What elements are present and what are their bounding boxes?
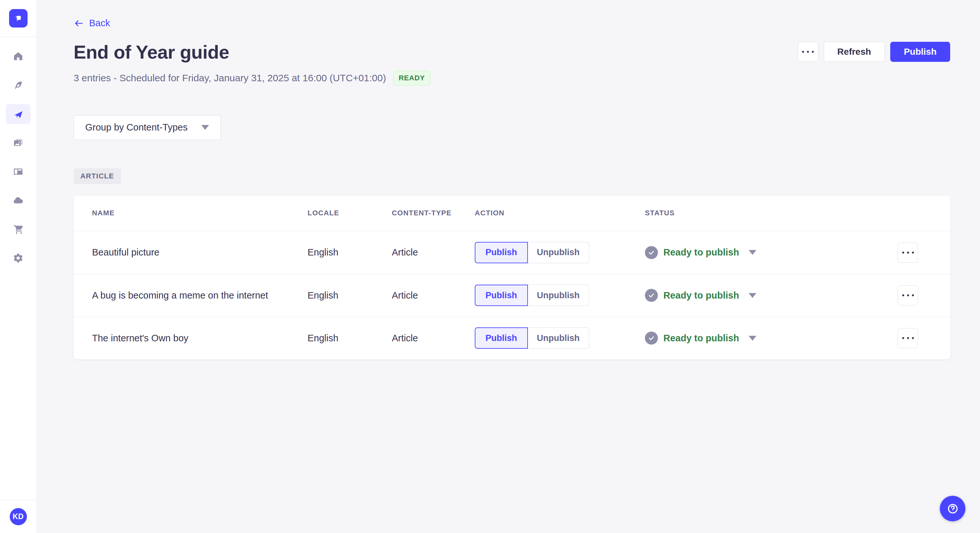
more-options-button[interactable] bbox=[798, 42, 818, 62]
group-label-badge: ARTICLE bbox=[73, 168, 121, 184]
entry-name: Beautiful picture bbox=[92, 247, 307, 258]
action-toggle: Publish Unpublish bbox=[475, 242, 645, 263]
column-header-action: ACTION bbox=[475, 209, 645, 217]
column-header-name: NAME bbox=[92, 209, 307, 217]
entries-card: NAME LOCALE CONTENT-TYPE ACTION STATUS B… bbox=[73, 195, 950, 359]
status-label: Ready to publish bbox=[663, 333, 739, 344]
main-content: Back End of Year guide Refresh Publish 3… bbox=[37, 0, 980, 359]
cloud-icon bbox=[13, 195, 24, 206]
page-title: End of Year guide bbox=[73, 41, 229, 63]
avatar[interactable]: KD bbox=[10, 508, 27, 525]
gear-icon bbox=[13, 252, 24, 263]
status-badge: READY bbox=[393, 71, 430, 86]
feather-icon bbox=[13, 80, 24, 90]
entry-content-type: Article bbox=[392, 290, 475, 301]
check-circle-icon bbox=[645, 289, 658, 302]
chevron-down-icon bbox=[201, 125, 209, 130]
chevron-down-icon bbox=[749, 250, 756, 255]
table-row: Beautiful picture English Article Publis… bbox=[73, 231, 950, 274]
table-row: A bug is becoming a meme on the internet… bbox=[73, 274, 950, 317]
row-menu-button[interactable] bbox=[898, 328, 918, 348]
ellipsis-icon bbox=[802, 51, 814, 53]
entry-content-type: Article bbox=[392, 247, 475, 258]
back-link[interactable]: Back bbox=[73, 18, 110, 29]
check-circle-icon bbox=[645, 246, 658, 259]
unpublish-toggle-button[interactable]: Unpublish bbox=[528, 242, 589, 263]
status-dropdown[interactable]: Ready to publish bbox=[645, 332, 898, 344]
help-button[interactable] bbox=[940, 496, 966, 521]
status-dropdown[interactable]: Ready to publish bbox=[645, 289, 898, 302]
entry-locale: English bbox=[307, 247, 392, 258]
publish-toggle-button[interactable]: Publish bbox=[475, 327, 528, 349]
row-menu-button[interactable] bbox=[898, 243, 918, 263]
sidebar-item-cloud[interactable] bbox=[6, 190, 30, 211]
entry-name: The internet's Own boy bbox=[92, 333, 307, 344]
check-circle-icon bbox=[645, 332, 658, 344]
sidebar-item-content-manager[interactable] bbox=[6, 75, 30, 95]
refresh-button[interactable]: Refresh bbox=[824, 42, 885, 62]
sidebar-item-releases[interactable] bbox=[6, 104, 30, 124]
publish-release-button[interactable]: Publish bbox=[890, 42, 950, 62]
sidebar-item-home[interactable] bbox=[6, 46, 30, 67]
layout-icon bbox=[13, 166, 24, 177]
media-library-icon bbox=[13, 137, 24, 148]
publish-toggle-button[interactable]: Publish bbox=[475, 285, 528, 306]
sidebar-item-media-library[interactable] bbox=[6, 133, 30, 153]
ellipsis-icon bbox=[902, 294, 914, 296]
cart-icon bbox=[13, 224, 24, 235]
sidebar: KD bbox=[0, 0, 37, 533]
column-header-locale: LOCALE bbox=[307, 209, 392, 217]
release-subtitle: 3 entries - Scheduled for Friday, Januar… bbox=[73, 73, 386, 84]
back-label: Back bbox=[89, 18, 110, 29]
toolbar: Refresh Publish bbox=[798, 42, 950, 62]
sidebar-footer: KD bbox=[0, 500, 37, 533]
unpublish-toggle-button[interactable]: Unpublish bbox=[528, 327, 589, 349]
ellipsis-icon bbox=[902, 252, 914, 254]
action-toggle: Publish Unpublish bbox=[475, 285, 645, 306]
sidebar-item-settings[interactable] bbox=[6, 248, 30, 268]
home-icon bbox=[13, 51, 24, 62]
group-by-select[interactable]: Group by Content-Types bbox=[73, 115, 221, 140]
publish-toggle-button[interactable]: Publish bbox=[475, 242, 528, 263]
entry-name: A bug is becoming a meme on the internet bbox=[92, 290, 307, 301]
chevron-down-icon bbox=[749, 336, 756, 341]
sidebar-item-marketplace[interactable] bbox=[6, 219, 30, 239]
entry-content-type: Article bbox=[392, 333, 475, 344]
table-header: NAME LOCALE CONTENT-TYPE ACTION STATUS bbox=[73, 195, 950, 231]
chevron-down-icon bbox=[749, 293, 756, 298]
ellipsis-icon bbox=[902, 337, 914, 339]
paper-plane-icon bbox=[13, 108, 24, 119]
sidebar-nav bbox=[6, 37, 30, 268]
strapi-logo-icon bbox=[13, 13, 23, 24]
entry-locale: English bbox=[307, 290, 392, 301]
sidebar-item-content-type-builder[interactable] bbox=[6, 162, 30, 182]
unpublish-toggle-button[interactable]: Unpublish bbox=[528, 285, 589, 306]
strapi-logo[interactable] bbox=[9, 9, 27, 27]
table-row: The internet's Own boy English Article P… bbox=[73, 317, 950, 359]
entry-locale: English bbox=[307, 333, 392, 344]
row-menu-button[interactable] bbox=[898, 285, 918, 305]
help-icon bbox=[946, 502, 959, 516]
column-header-content-type: CONTENT-TYPE bbox=[392, 209, 475, 217]
group-by-label: Group by Content-Types bbox=[85, 122, 188, 133]
column-header-status: STATUS bbox=[645, 209, 898, 217]
status-dropdown[interactable]: Ready to publish bbox=[645, 246, 898, 259]
arrow-left-icon bbox=[73, 18, 84, 29]
action-toggle: Publish Unpublish bbox=[475, 327, 645, 349]
status-label: Ready to publish bbox=[663, 247, 739, 258]
status-label: Ready to publish bbox=[663, 290, 739, 301]
